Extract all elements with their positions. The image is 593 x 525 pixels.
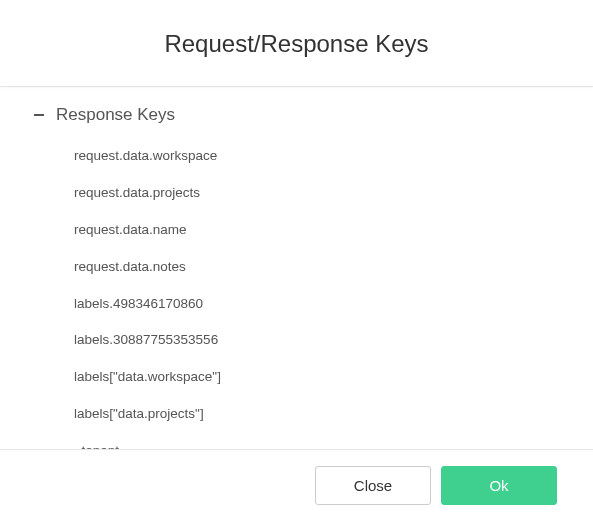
list-item[interactable]: labels["data.projects"] <box>52 397 563 432</box>
list-item[interactable]: request.data.notes <box>52 250 563 285</box>
section-header[interactable]: Response Keys <box>32 105 563 125</box>
dialog-title: Request/Response Keys <box>20 30 573 58</box>
dialog: Request/Response Keys Response Keys requ… <box>0 0 593 525</box>
close-button[interactable]: Close <box>315 466 431 505</box>
list-item[interactable]: labels.498346170860 <box>52 287 563 322</box>
list-item[interactable]: request.data.workspace <box>52 139 563 174</box>
svg-rect-0 <box>34 114 44 116</box>
list-item[interactable]: request.data.projects <box>52 176 563 211</box>
minus-icon <box>32 108 46 122</box>
list-item[interactable]: _tenant_ <box>52 434 563 449</box>
items-list: request.data.workspacerequest.data.proje… <box>32 139 563 449</box>
dialog-header: Request/Response Keys <box>0 0 593 87</box>
dialog-content: Response Keys request.data.workspacerequ… <box>0 87 593 449</box>
list-item[interactable]: request.data.name <box>52 213 563 248</box>
list-item[interactable]: labels.30887755353556 <box>52 323 563 358</box>
ok-button[interactable]: Ok <box>441 466 557 505</box>
list-item[interactable]: labels["data.workspace"] <box>52 360 563 395</box>
dialog-footer: Close Ok <box>0 449 593 525</box>
section-title: Response Keys <box>56 105 175 125</box>
